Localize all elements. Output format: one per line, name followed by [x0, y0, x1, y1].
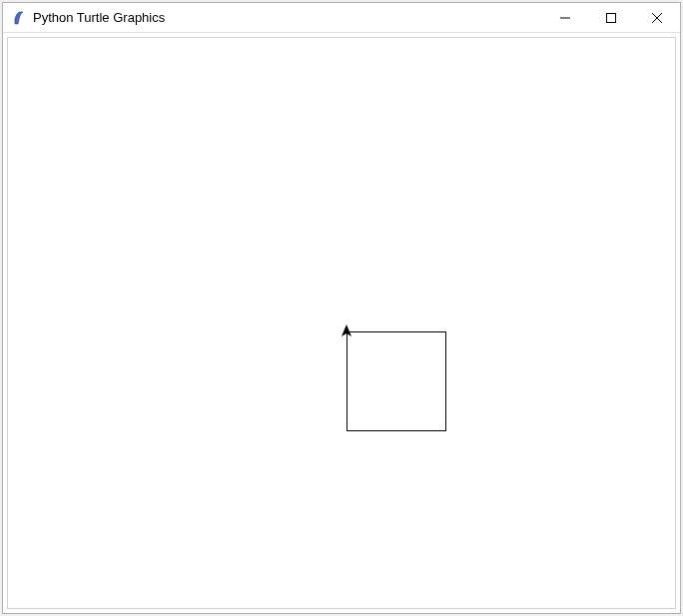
- minimize-button[interactable]: [542, 3, 588, 33]
- svg-marker-4: [342, 324, 351, 336]
- window-controls: [542, 3, 680, 32]
- turtle-canvas: [7, 37, 676, 609]
- application-window: Python Turtle Graphics: [2, 2, 681, 614]
- close-button[interactable]: [634, 3, 680, 33]
- svg-rect-1: [607, 14, 616, 23]
- drawn-square: [346, 331, 446, 431]
- window-title: Python Turtle Graphics: [33, 10, 542, 25]
- tk-feather-icon: [11, 10, 27, 26]
- maximize-button[interactable]: [588, 3, 634, 33]
- titlebar[interactable]: Python Turtle Graphics: [3, 3, 680, 33]
- turtle-cursor-icon: [340, 324, 353, 341]
